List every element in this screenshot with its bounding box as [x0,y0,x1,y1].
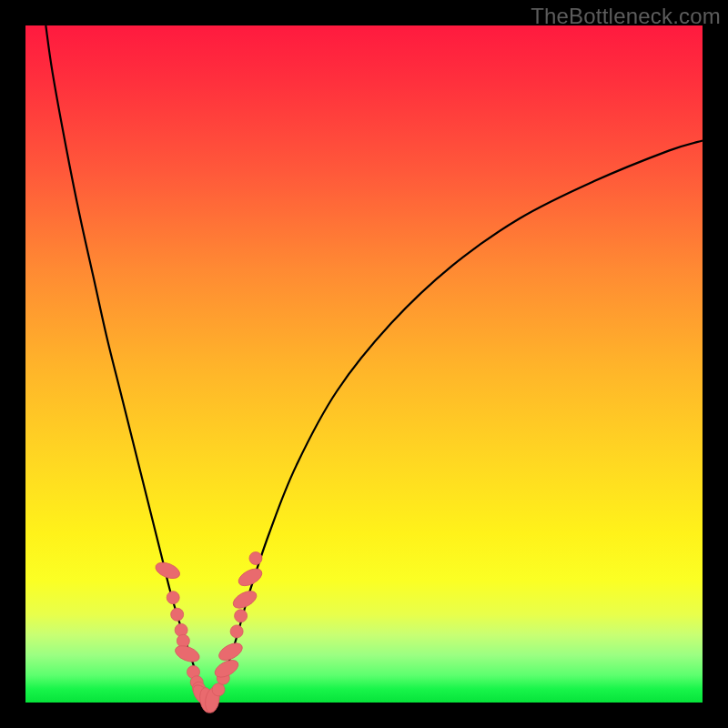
left-branch [46,25,208,701]
watermark-text: TheBottleneck.com [531,4,721,29]
curve-layer [25,25,703,703]
data-marker [171,608,184,621]
data-marker [235,610,248,622]
data-marker [249,552,262,565]
data-marker [212,683,225,696]
data-marker [230,625,243,638]
v-curve [46,25,703,701]
chart-frame [25,25,703,703]
data-marker [177,634,189,647]
data-marker [167,592,179,604]
marker-cluster [153,552,264,714]
data-marker [236,565,265,589]
right-branch [208,140,703,700]
